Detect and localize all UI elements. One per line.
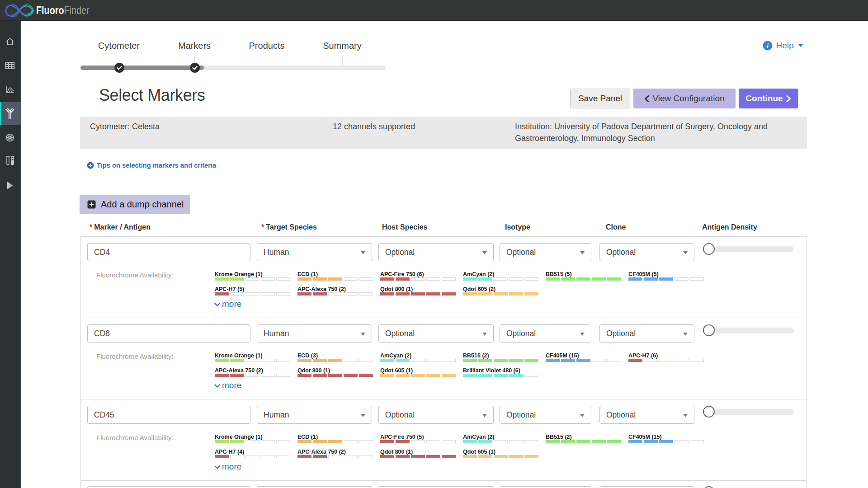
svg-text:A: A [9,89,12,93]
